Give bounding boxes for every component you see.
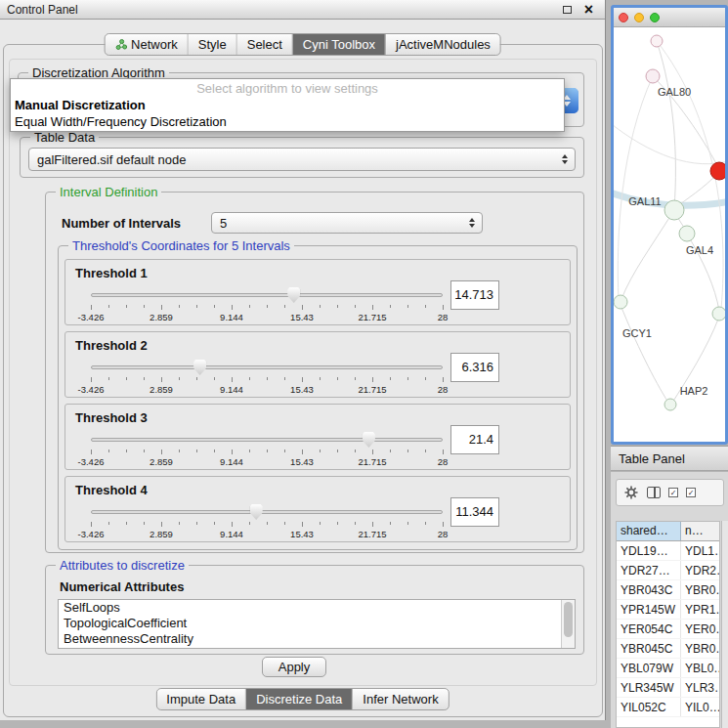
- dropdown-option-manual-discretization[interactable]: Manual Discretization: [11, 97, 564, 113]
- table-row[interactable]: YLR345WYLR3…: [617, 678, 719, 698]
- table-row[interactable]: YDL19…YDL1…: [617, 541, 719, 561]
- threshold-value-field[interactable]: 11.344: [450, 497, 499, 527]
- tab-cyni-toolbox[interactable]: Cyni Toolbox: [293, 34, 386, 55]
- cell-shared-name[interactable]: YDR27…: [617, 561, 681, 579]
- apply-button[interactable]: Apply: [262, 657, 326, 677]
- zoom-traffic-light[interactable]: [650, 13, 660, 22]
- list-item[interactable]: TopologicalCoefficient: [59, 616, 575, 631]
- column-header-shared[interactable]: shared…: [617, 522, 681, 540]
- cell-name[interactable]: YIL0…: [681, 698, 719, 716]
- gear-icon[interactable]: [623, 485, 639, 500]
- tick-mark: [91, 305, 92, 310]
- cell-name[interactable]: YBL0…: [681, 659, 719, 677]
- cell-name[interactable]: YPR1…: [681, 600, 719, 619]
- tick-mark: [249, 522, 250, 525]
- cell-name[interactable]: YBR0…: [681, 580, 719, 599]
- table-data-combobox[interactable]: galFiltered.sif default node: [28, 148, 576, 171]
- threshold-slider[interactable]: -3.4262.8599.14415.4321.71528: [91, 432, 443, 469]
- threshold-value-field[interactable]: 6.316: [450, 353, 499, 382]
- checkbox-icon[interactable]: ✓: [686, 488, 696, 497]
- cell-name[interactable]: YDL1…: [681, 541, 719, 560]
- cell-name[interactable]: YBR0…: [681, 639, 719, 658]
- network-node[interactable]: [679, 226, 695, 241]
- tab-select[interactable]: Select: [237, 34, 293, 55]
- float-icon[interactable]: [563, 6, 572, 14]
- cell-shared-name[interactable]: YBL079W: [617, 659, 681, 677]
- down-arrow-icon: [469, 224, 475, 228]
- cell-shared-name[interactable]: YLR345W: [617, 678, 681, 697]
- network-view-window[interactable]: GAL80GAL11GAL4GCY1HAP2: [611, 5, 728, 445]
- cell-name[interactable]: YLR3…: [681, 678, 719, 697]
- table-row[interactable]: YBR045CYBR0…: [617, 639, 719, 659]
- threshold-slider[interactable]: -3.4262.8599.14415.4321.71528: [91, 287, 443, 324]
- cell-name[interactable]: YER0…: [681, 620, 719, 638]
- threshold-slider[interactable]: -3.4262.8599.14415.4321.71528: [91, 360, 443, 397]
- network-node[interactable]: [646, 69, 660, 83]
- network-node[interactable]: [664, 200, 684, 220]
- table-row[interactable]: YIL052CYIL0…: [617, 698, 719, 717]
- scrollbar-thumb[interactable]: [564, 602, 573, 637]
- column-header-name[interactable]: n…: [681, 522, 719, 540]
- number-of-intervals-combobox[interactable]: 5: [211, 212, 483, 234]
- slider-handle[interactable]: [193, 360, 206, 375]
- network-node[interactable]: [712, 307, 725, 321]
- network-node[interactable]: [710, 162, 725, 180]
- tab-infer-network[interactable]: Infer Network: [353, 689, 448, 709]
- slider-handle[interactable]: [250, 504, 263, 520]
- cell-shared-name[interactable]: YDL19…: [617, 541, 681, 560]
- table-row[interactable]: YPR145WYPR1…: [617, 600, 719, 620]
- network-node[interactable]: [664, 399, 676, 410]
- network-node[interactable]: [614, 295, 627, 309]
- cell-shared-name[interactable]: YPR145W: [617, 600, 681, 619]
- tab-style[interactable]: Style: [189, 34, 237, 55]
- threshold-box: Threshold 4 11.344 -3.4262.8599.14415.43…: [64, 476, 571, 542]
- cell-shared-name[interactable]: YIL052C: [617, 698, 681, 716]
- combobox-stepper-icon[interactable]: [562, 149, 568, 170]
- slider-handle[interactable]: [363, 432, 375, 448]
- numerical-attributes-list[interactable]: SelfLoopsTopologicalCoefficientBetweenne…: [58, 599, 576, 649]
- list-item[interactable]: SelfLoops: [59, 600, 575, 616]
- network-canvas[interactable]: GAL80GAL11GAL4GCY1HAP2: [614, 27, 725, 441]
- slider-track[interactable]: [91, 365, 443, 369]
- threshold-value-field[interactable]: 14.713: [450, 280, 499, 310]
- node-attribute-table[interactable]: shared… n… YDL19…YDL1…YDR27…YDR2…YBR043C…: [616, 521, 720, 728]
- table-row[interactable]: YBR043CYBR0…: [617, 580, 719, 600]
- network-window-titlebar[interactable]: [614, 8, 725, 27]
- columns-icon[interactable]: [647, 487, 661, 498]
- cell-shared-name[interactable]: YER054C: [617, 620, 681, 638]
- network-node[interactable]: [651, 35, 663, 47]
- tab-jactivemnodules[interactable]: jActiveMNodules: [386, 34, 500, 55]
- table-row[interactable]: YBL079WYBL0…: [617, 659, 719, 678]
- list-scrollbar[interactable]: [561, 600, 575, 648]
- threshold-value-field[interactable]: 21.4: [450, 425, 499, 454]
- dropdown-option-equal-width-frequency[interactable]: Equal Width/Frequency Discretization: [11, 113, 564, 130]
- tick-mark: [425, 377, 426, 380]
- tick-mark: [267, 522, 268, 525]
- table-scrollbar[interactable]: [721, 521, 728, 728]
- list-item[interactable]: BetweennessCentrality: [59, 631, 575, 647]
- slider-handle[interactable]: [287, 287, 300, 303]
- slider-track[interactable]: [91, 510, 443, 514]
- table-row[interactable]: YER054CYER0…: [617, 620, 719, 639]
- close-icon[interactable]: ×: [584, 0, 593, 20]
- tab-impute-data[interactable]: Impute Data: [156, 689, 246, 709]
- cell-shared-name[interactable]: YBR045C: [617, 639, 681, 658]
- control-panel-titlebar[interactable]: Control Panel ×: [0, 0, 605, 20]
- cell-name[interactable]: YDR2…: [681, 561, 719, 579]
- table-panel-titlebar[interactable]: Table Panel: [611, 446, 728, 471]
- tab-network[interactable]: Network: [105, 34, 189, 55]
- tick-mark: [214, 305, 215, 308]
- tick-mark: [232, 377, 233, 382]
- tick-mark: [443, 305, 444, 310]
- minimize-traffic-light[interactable]: [634, 13, 644, 22]
- cell-shared-name[interactable]: YBR043C: [617, 580, 681, 599]
- slider-track[interactable]: [91, 293, 443, 297]
- table-row[interactable]: YDR27…YDR2…: [617, 561, 719, 580]
- threshold-slider[interactable]: -3.4262.8599.14415.4321.71528: [91, 504, 443, 541]
- checkbox-icon[interactable]: ✓: [668, 488, 678, 497]
- combobox-stepper-icon[interactable]: [469, 213, 475, 233]
- close-traffic-light[interactable]: [619, 13, 628, 22]
- network-graph[interactable]: GAL80GAL11GAL4GCY1HAP2: [614, 27, 725, 441]
- slider-track[interactable]: [91, 438, 443, 442]
- tab-discretize-data[interactable]: Discretize Data: [246, 689, 353, 709]
